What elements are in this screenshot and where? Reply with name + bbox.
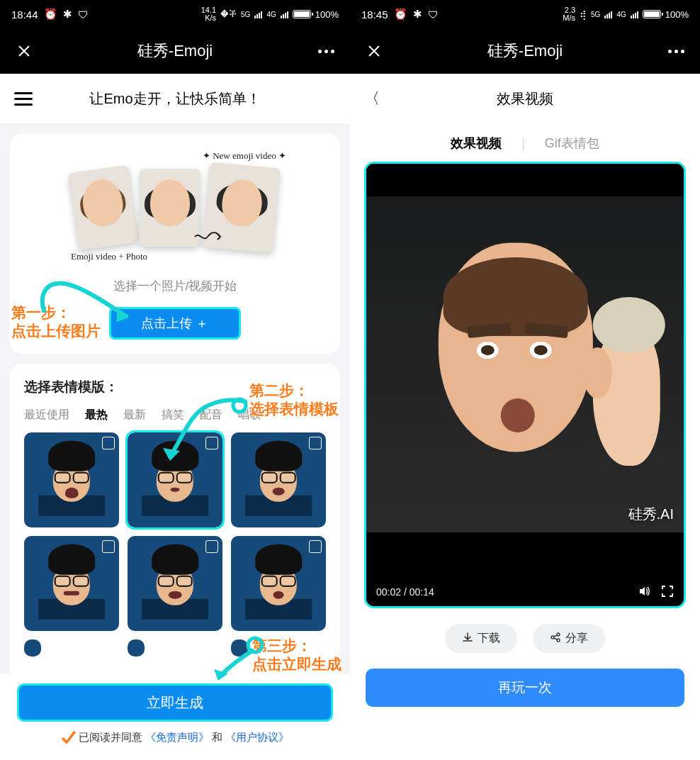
expand-icon[interactable] — [205, 540, 218, 553]
video-player[interactable]: 硅秀.AI 00:02 / 00:14 — [364, 162, 686, 608]
template-item[interactable] — [24, 536, 119, 631]
wifi-icon: ⢾ — [580, 9, 587, 20]
annotation-step2: 第二步：选择表情模板 — [249, 381, 339, 419]
more-icon[interactable] — [315, 40, 337, 62]
template-item[interactable] — [231, 536, 326, 631]
action-row: 下载 分享 — [350, 624, 700, 653]
right-pane: 18:45 ⏰ ✱ 🛡 2.3 M/s ⢾ 5G 4G 100% 硅秀-Emoj… — [350, 0, 700, 760]
svg-point-2 — [551, 636, 554, 639]
tagline: 让Emo走开，让快乐简单！ — [33, 89, 317, 108]
video-canvas[interactable]: 硅秀.AI — [366, 164, 684, 578]
template-item[interactable] — [231, 432, 326, 527]
template-item[interactable] — [128, 639, 145, 656]
signal-2-icon — [631, 10, 638, 18]
signal-1-icon — [604, 10, 612, 18]
battery-pct: 100% — [665, 9, 689, 20]
expand-icon[interactable] — [205, 437, 218, 449]
tab-new[interactable]: 最新 — [123, 408, 146, 423]
agree-prefix: 已阅读并同意 — [79, 731, 142, 744]
upload-button[interactable]: 点击上传 ＋ — [109, 307, 241, 340]
tab-dub[interactable]: 配音 — [200, 408, 222, 423]
net-speed: 14.1 K/s — [201, 6, 216, 22]
alarm-icon: ⏰ — [394, 8, 407, 21]
dnd-icon: 🛡 — [428, 9, 439, 21]
tab-hot[interactable]: 最热 — [85, 408, 108, 423]
download-icon — [462, 632, 473, 646]
agree-check-icon[interactable] — [62, 730, 76, 744]
select-hint: 选择一个照片/视频开始 — [24, 278, 326, 294]
title-bar: 硅秀-Emoji — [0, 28, 350, 74]
agree-mid: 和 — [212, 731, 222, 744]
status-time: 18:44 — [11, 9, 38, 21]
expand-icon[interactable] — [102, 540, 115, 553]
page-title: 效果视频 — [383, 89, 667, 108]
play-again-button[interactable]: 再玩一次 — [366, 669, 684, 707]
hero-illustration: ✦ New emoji video ✦ Emoji video + Photo — [24, 147, 326, 268]
battery-icon — [643, 10, 661, 18]
tab-recent[interactable]: 最近使用 — [24, 408, 69, 423]
svg-point-4 — [557, 639, 560, 642]
battery-icon — [293, 10, 311, 18]
sig-5g: 5G — [241, 11, 250, 18]
expand-icon[interactable] — [102, 437, 115, 449]
app-title: 硅秀-Emoji — [35, 40, 315, 62]
bluetooth-icon: ✱ — [413, 8, 422, 21]
generate-button[interactable]: 立即生成 — [17, 683, 333, 722]
annotation-step3: 第三步：点击立即生成 — [252, 637, 341, 674]
volume-icon[interactable] — [638, 585, 651, 600]
result-tabs: 效果视频 | Gif表情包 — [350, 135, 700, 152]
tos-link[interactable]: 《用户协议》 — [225, 731, 289, 744]
hero-label-top: ✦ New emoji video ✦ — [203, 150, 286, 162]
more-icon[interactable] — [665, 40, 687, 62]
watermark: 硅秀.AI — [628, 505, 674, 524]
menu-icon[interactable] — [14, 92, 33, 106]
hero-label-bottom: Emoji video + Photo — [71, 251, 147, 262]
video-controls: 00:02 / 00:14 — [366, 578, 684, 606]
template-item[interactable] — [24, 432, 119, 527]
net-speed: 2.3 M/s — [563, 6, 575, 22]
template-item[interactable] — [24, 639, 41, 656]
template-item[interactable] — [231, 639, 248, 656]
title-bar: 硅秀-Emoji — [350, 28, 700, 74]
status-bar: 18:45 ⏰ ✱ 🛡 2.3 M/s ⢾ 5G 4G 100% — [350, 0, 700, 28]
expand-icon[interactable] — [309, 540, 322, 553]
share-icon — [550, 632, 561, 646]
close-icon[interactable] — [13, 40, 35, 62]
fullscreen-icon[interactable] — [661, 585, 674, 600]
tab-funny[interactable]: 搞笑 — [162, 408, 184, 423]
tab-video[interactable]: 效果视频 — [451, 135, 502, 152]
bottom-bar: 立即生成 已阅读并同意 《免责声明》 和 《用户协议》 — [0, 674, 350, 760]
template-grid — [24, 432, 326, 656]
tab-gif[interactable]: Gif表情包 — [545, 135, 599, 152]
wifi-icon: �ች — [220, 9, 237, 20]
video-still — [366, 196, 684, 532]
annotation-step1: 第一步：点击上传图片 — [11, 303, 101, 341]
svg-point-3 — [557, 633, 560, 636]
sample-photo-2 — [140, 169, 201, 247]
signal-2-icon — [281, 10, 288, 18]
download-button[interactable]: 下载 — [445, 624, 517, 653]
sub-header: 〈 效果视频 — [350, 74, 700, 123]
signal-1-icon — [254, 10, 262, 18]
status-bar: 18:44 ⏰ ✱ 🛡 14.1 K/s �ች 5G 4G 100% — [0, 0, 350, 28]
alarm-icon: ⏰ — [44, 8, 57, 21]
sub-header: 让Emo走开，让快乐简单！ — [0, 74, 350, 123]
result-area: 效果视频 | Gif表情包 硅秀.AI 00:02 / 00:14 — [350, 123, 700, 760]
left-pane: 18:44 ⏰ ✱ 🛡 14.1 K/s �ች 5G 4G 100% 硅秀-Em… — [0, 0, 350, 760]
app-title: 硅秀-Emoji — [385, 40, 665, 62]
back-icon[interactable]: 〈 — [364, 88, 383, 109]
bluetooth-icon: ✱ — [63, 8, 72, 21]
share-button[interactable]: 分享 — [533, 624, 605, 653]
status-time: 18:45 — [361, 9, 388, 21]
expand-icon[interactable] — [309, 437, 322, 449]
template-item[interactable] — [128, 536, 222, 631]
sig-4g: 4G — [266, 11, 276, 18]
agree-row: 已阅读并同意 《免责声明》 和 《用户协议》 — [17, 730, 333, 744]
video-time: 00:02 / 00:14 — [376, 586, 434, 598]
battery-pct: 100% — [315, 9, 339, 20]
sample-photo-1 — [68, 165, 139, 251]
disclaimer-link[interactable]: 《免责声明》 — [145, 731, 209, 744]
template-item-selected[interactable] — [128, 432, 222, 527]
dnd-icon: 🛡 — [78, 9, 89, 21]
close-icon[interactable] — [363, 40, 385, 62]
